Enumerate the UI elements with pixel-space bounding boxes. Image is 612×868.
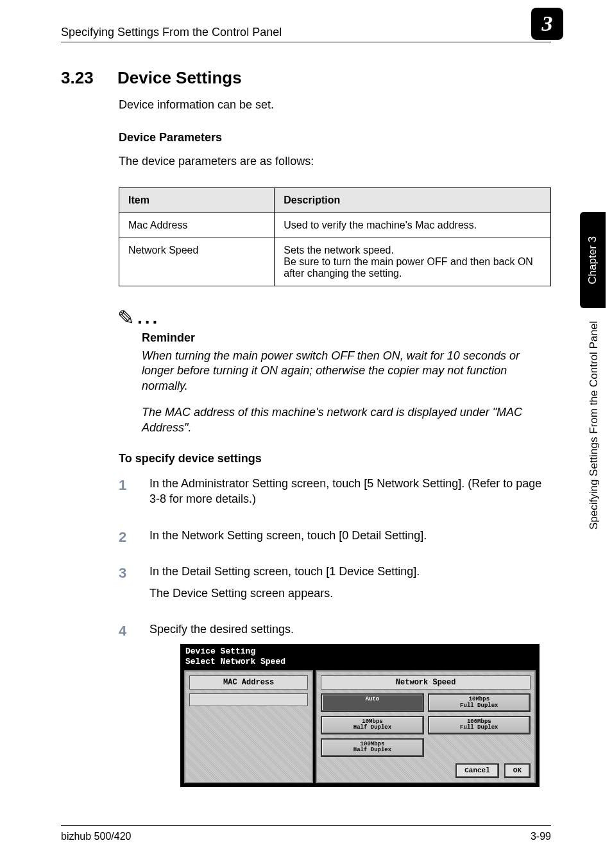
section-title: Device Settings bbox=[117, 68, 242, 88]
device-parameters-intro: The device parameters are as follows: bbox=[119, 155, 551, 168]
page: 3 Specifying Settings From the Control P… bbox=[0, 0, 612, 868]
cell-item: Network Speed bbox=[119, 238, 275, 286]
step-text: Specify the desired settings. bbox=[149, 621, 551, 637]
reminder-heading: Reminder bbox=[142, 331, 551, 345]
step-text: In the Network Setting screen, touch [0 … bbox=[149, 528, 551, 543]
running-header: Specifying Settings From the Control Pan… bbox=[61, 26, 551, 42]
cell-desc: Sets the network speed. Be sure to turn … bbox=[275, 238, 551, 286]
speed-10-full-button[interactable]: 10Mbps Full Duplex bbox=[428, 693, 531, 712]
content: 3.23 Device Settings Device information … bbox=[61, 68, 551, 787]
cell-desc: Used to verify the machine's Mac address… bbox=[275, 213, 551, 238]
mac-address-column: MAC Address bbox=[184, 670, 313, 783]
step-2: 2 In the Network Setting screen, touch [… bbox=[119, 528, 551, 550]
mac-address-field bbox=[189, 693, 308, 706]
step-text: In the Administrator Setting screen, tou… bbox=[149, 476, 551, 507]
side-chapter-label: Chapter 3 bbox=[586, 236, 599, 284]
device-setting-panel: Device Setting Select Network Speed MAC … bbox=[180, 644, 540, 787]
table-row: Network Speed Sets the network speed. Be… bbox=[119, 238, 551, 286]
page-footer: bizhub 500/420 3-99 bbox=[61, 825, 551, 842]
network-speed-label: Network Speed bbox=[321, 675, 531, 690]
panel-subtitle: Select Network Speed bbox=[180, 656, 540, 670]
step-1: 1 In the Administrator Setting screen, t… bbox=[119, 476, 551, 514]
speed-options: Auto 10Mbps Full Duplex 10Mbps Half Dupl… bbox=[321, 693, 531, 757]
footer-right: 3-99 bbox=[531, 831, 551, 842]
network-speed-column: Network Speed Auto 10Mbps Full Duplex 10… bbox=[316, 670, 536, 783]
side-chapter-tab: Chapter 3 bbox=[580, 212, 606, 308]
step-text: In the Detail Setting screen, touch [1 D… bbox=[149, 564, 551, 579]
side-section-label: Specifying Settings From the Control Pan… bbox=[588, 321, 600, 530]
speed-10-half-button[interactable]: 10Mbps Half Duplex bbox=[321, 716, 423, 734]
panel-title: Device Setting bbox=[180, 644, 540, 657]
step-number: 3 bbox=[119, 564, 132, 608]
chapter-badge: 3 bbox=[531, 8, 563, 40]
section-number: 3.23 bbox=[61, 68, 99, 88]
reminder-para-2: The MAC address of this machine's networ… bbox=[142, 405, 551, 435]
section-intro: Device information can be set. bbox=[119, 98, 551, 112]
ok-button[interactable]: OK bbox=[504, 763, 531, 778]
footer-left: bizhub 500/420 bbox=[61, 831, 131, 842]
step-number: 1 bbox=[119, 476, 132, 514]
reminder-para-1: When turning the main power switch OFF t… bbox=[142, 349, 551, 394]
table-row: Mac Address Used to verify the machine's… bbox=[119, 213, 551, 238]
device-parameters-heading: Device Parameters bbox=[119, 131, 551, 144]
running-header-title: Specifying Settings From the Control Pan… bbox=[61, 26, 551, 39]
section-heading: 3.23 Device Settings bbox=[61, 68, 551, 88]
speed-100-half-button[interactable]: 100Mbps Half Duplex bbox=[321, 738, 423, 757]
speed-auto-button[interactable]: Auto bbox=[321, 693, 423, 712]
panel-footer: Cancel OK bbox=[321, 763, 531, 778]
section-body: Device information can be set. Device Pa… bbox=[119, 98, 551, 787]
mac-address-label: MAC Address bbox=[189, 675, 308, 690]
col-item: Item bbox=[119, 188, 275, 213]
procedure-steps: 1 In the Administrator Setting screen, t… bbox=[119, 476, 551, 787]
table-header-row: Item Description bbox=[119, 188, 551, 213]
chapter-badge-number: 3 bbox=[542, 12, 553, 36]
step-4: 4 Specify the desired settings. Device S… bbox=[119, 621, 551, 786]
cancel-button[interactable]: Cancel bbox=[455, 763, 499, 778]
step-number: 2 bbox=[119, 528, 132, 550]
note-icon: ✎... bbox=[117, 306, 551, 330]
cell-item: Mac Address bbox=[119, 213, 275, 238]
procedure-heading: To specify device settings bbox=[119, 452, 551, 465]
step-3: 3 In the Detail Setting screen, touch [1… bbox=[119, 564, 551, 608]
panel-body: MAC Address Network Speed Auto 10Mbps Fu… bbox=[180, 670, 540, 787]
col-description: Description bbox=[275, 188, 551, 213]
step-subtext: The Device Setting screen appears. bbox=[149, 586, 551, 601]
device-parameters-table: Item Description Mac Address Used to ver… bbox=[119, 187, 551, 286]
speed-100-full-button[interactable]: 100Mbps Full Duplex bbox=[428, 716, 531, 734]
step-number: 4 bbox=[119, 621, 132, 786]
speed-empty-cell bbox=[428, 738, 531, 757]
